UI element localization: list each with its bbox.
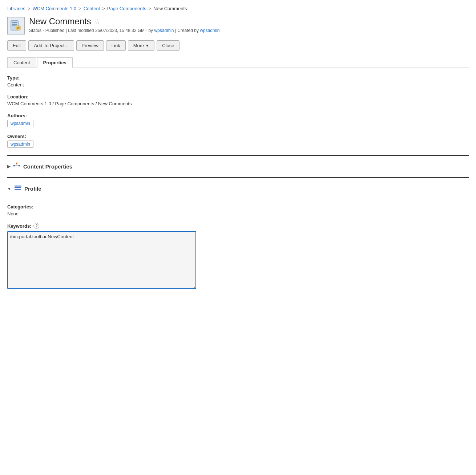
- profile-chevron-icon: ▼: [7, 187, 11, 191]
- created-by-link[interactable]: wpsadmin: [200, 28, 219, 33]
- title-block: New Comments ☆ Status - Published | Last…: [29, 16, 219, 33]
- owners-list: wpsadmin: [7, 141, 469, 148]
- close-button[interactable]: Close: [157, 40, 179, 51]
- type-value: Content: [7, 82, 469, 88]
- breadcrumb-sep-4: >: [149, 6, 152, 11]
- keywords-label-text: Keywords:: [7, 223, 31, 229]
- toolbar: Edit Add To Project... Preview Link More…: [7, 40, 469, 51]
- meta-text: Status - Published | Last modified 26/07…: [29, 28, 154, 33]
- page-title: New Comments ☆: [29, 16, 219, 27]
- svg-rect-1: [12, 22, 17, 23]
- categories-row: Categories: None: [7, 204, 469, 216]
- tab-properties[interactable]: Properties: [37, 57, 73, 68]
- keywords-row: Keywords: ?: [7, 223, 469, 290]
- preview-button[interactable]: Preview: [76, 40, 104, 51]
- location-row: Location: WCM Comments 1.0 / Page Compon…: [7, 94, 469, 106]
- svg-rect-3: [12, 25, 16, 26]
- link-button[interactable]: Link: [106, 40, 126, 51]
- favorite-star-icon[interactable]: ☆: [94, 17, 101, 26]
- page-meta: Status - Published | Last modified 26/07…: [29, 28, 219, 33]
- profile-section-icon: [14, 184, 21, 193]
- profile-section-divider: [7, 198, 469, 198]
- content-properties-divider-bottom: [7, 177, 469, 178]
- page-header: New Comments ☆ Status - Published | Last…: [7, 16, 469, 34]
- svg-rect-2: [12, 24, 17, 25]
- categories-label: Categories:: [7, 204, 469, 210]
- location-value: WCM Comments 1.0 / Page Components / New…: [7, 101, 469, 106]
- breadcrumb-libraries[interactable]: Libraries: [7, 6, 25, 11]
- keywords-label: Keywords: ?: [7, 223, 469, 229]
- more-label: More: [133, 43, 144, 48]
- edit-button[interactable]: Edit: [7, 40, 26, 51]
- breadcrumb-page-components[interactable]: Page Components: [107, 6, 146, 11]
- categories-value: None: [7, 211, 469, 216]
- content-properties-title: Content Properties: [23, 163, 72, 170]
- svg-rect-14: [15, 187, 21, 188]
- page-title-text: New Comments: [29, 16, 91, 27]
- authors-label: Authors:: [7, 113, 469, 118]
- svg-rect-5: [17, 27, 20, 28]
- more-button[interactable]: More ▼: [128, 40, 155, 51]
- owners-row: Owners: wpsadmin: [7, 134, 469, 148]
- breadcrumb: Libraries > WCM Comments 1.0 > Content >…: [7, 6, 469, 11]
- author-tag[interactable]: wpsadmin: [7, 120, 33, 127]
- breadcrumb-content[interactable]: Content: [84, 6, 100, 11]
- svg-rect-15: [15, 189, 21, 190]
- profile-section-header[interactable]: ▼ Profile: [7, 182, 469, 196]
- type-label: Type:: [7, 75, 469, 81]
- svg-rect-13: [15, 186, 21, 187]
- content-properties-chevron-icon: ▶: [7, 164, 10, 169]
- breadcrumb-wcm[interactable]: WCM Comments 1.0: [32, 6, 76, 11]
- created-text: | Created by: [174, 28, 200, 33]
- authors-row: Authors: wpsadmin: [7, 113, 469, 127]
- authors-list: wpsadmin: [7, 120, 469, 127]
- location-label: Location:: [7, 94, 469, 100]
- properties-section: Type: Content Location: WCM Comments 1.0…: [7, 75, 469, 148]
- keywords-textarea[interactable]: [7, 231, 196, 289]
- keywords-help-icon[interactable]: ?: [33, 223, 39, 229]
- owner-tag[interactable]: wpsadmin: [7, 141, 33, 148]
- modified-by-link[interactable]: wpsadmin: [154, 28, 174, 33]
- svg-rect-6: [17, 28, 19, 29]
- breadcrumb-sep-3: >: [102, 6, 105, 11]
- profile-section-content: Categories: None Keywords: ?: [7, 204, 469, 290]
- add-to-project-button[interactable]: Add To Project...: [28, 40, 74, 51]
- tabs-container: Content Properties: [7, 57, 469, 68]
- svg-rect-7: [16, 163, 17, 164]
- type-row: Type: Content: [7, 75, 469, 88]
- breadcrumb-sep-2: >: [78, 6, 81, 11]
- profile-title: Profile: [24, 186, 41, 192]
- content-properties-header[interactable]: ▶ Content Properties: [7, 159, 469, 174]
- tab-content[interactable]: Content: [7, 57, 36, 68]
- more-dropdown-arrow-icon: ▼: [145, 44, 149, 48]
- owners-label: Owners:: [7, 134, 469, 139]
- page-type-icon: [7, 17, 25, 34]
- breadcrumb-current: New Comments: [153, 6, 187, 11]
- content-properties-icon: [13, 162, 20, 171]
- content-properties-divider-top: [7, 155, 469, 156]
- breadcrumb-sep-1: >: [28, 6, 31, 11]
